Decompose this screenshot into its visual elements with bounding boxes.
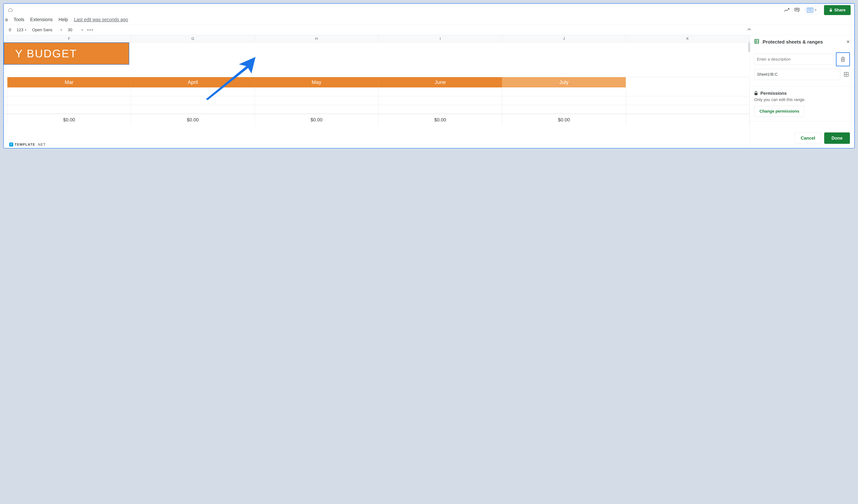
share-button[interactable]: Share: [824, 5, 851, 15]
template-logo-icon: T: [9, 143, 13, 147]
menu-partial[interactable]: a: [5, 17, 8, 22]
cell[interactable]: [255, 96, 379, 105]
lock-icon: [754, 91, 758, 96]
cell[interactable]: [7, 87, 131, 96]
select-range-button[interactable]: [843, 71, 850, 78]
value-cell[interactable]: $0.00: [379, 114, 502, 126]
close-icon[interactable]: ✕: [846, 39, 850, 45]
cancel-button[interactable]: Cancel: [795, 132, 821, 144]
empty-cell[interactable]: [626, 114, 749, 126]
svg-rect-13: [754, 93, 758, 95]
collapse-toolbar-icon[interactable]: [747, 27, 751, 32]
permissions-label: Permissions: [760, 91, 787, 96]
cell[interactable]: [7, 105, 131, 114]
cell[interactable]: [626, 105, 749, 114]
comment-icon[interactable]: [794, 7, 800, 13]
cell[interactable]: [379, 96, 502, 105]
month-cell[interactable]: June: [379, 77, 502, 87]
row-spacer: [4, 114, 7, 126]
change-permissions-button[interactable]: Change permissions: [754, 106, 805, 117]
cell[interactable]: [502, 105, 626, 114]
sidebar-title: Protected sheets & ranges: [763, 39, 843, 45]
last-edit-link[interactable]: Last edit was seconds ago: [74, 17, 128, 22]
month-cell[interactable]: May: [255, 77, 379, 87]
cell[interactable]: [502, 87, 626, 96]
watermark-tld: .NET: [37, 143, 46, 147]
grid-icon: [844, 72, 848, 77]
trash-icon: [840, 56, 846, 63]
budget-title-cell[interactable]: Y BUDGET: [4, 43, 129, 65]
trend-icon[interactable]: [784, 8, 790, 12]
font-size-dropdown[interactable]: 30 ▼: [66, 27, 85, 33]
col-header-spacer: [4, 35, 7, 42]
month-cell[interactable]: April: [131, 77, 255, 87]
cell[interactable]: [131, 105, 255, 114]
watermark-brand: TEMPLATE: [15, 143, 35, 147]
cell[interactable]: [7, 96, 131, 105]
chevron-down-icon: ▼: [815, 9, 817, 11]
cell[interactable]: [502, 96, 626, 105]
menu-extensions[interactable]: Extensions: [30, 17, 52, 22]
number-format-dropdown[interactable]: 123 ▼: [15, 27, 28, 33]
cell[interactable]: [379, 105, 502, 114]
scrollbar-thumb[interactable]: [748, 42, 750, 52]
share-label: Share: [834, 8, 845, 13]
watermark: T TEMPLATE.NET: [9, 143, 46, 147]
done-button[interactable]: Done: [824, 132, 850, 144]
empty-cell[interactable]: [626, 77, 749, 87]
toolbar-partial-num[interactable]: 0: [7, 27, 13, 33]
value-cell[interactable]: $0.00: [502, 114, 626, 126]
cell[interactable]: [626, 87, 749, 96]
delete-range-button[interactable]: [836, 52, 850, 66]
cell[interactable]: [379, 87, 502, 96]
cell[interactable]: [131, 87, 255, 96]
present-dropdown[interactable]: ▼: [804, 6, 820, 14]
value-cell[interactable]: $0.00: [255, 114, 379, 126]
sheets-icon: [754, 39, 760, 45]
font-dropdown[interactable]: Open Sans ▼: [31, 27, 64, 33]
chevron-down-icon: ▼: [60, 29, 62, 31]
svg-rect-6: [755, 40, 758, 43]
col-header[interactable]: J: [502, 35, 626, 42]
protected-ranges-sidebar: Protected sheets & ranges ✕ Sheet1!B:C: [749, 35, 854, 148]
row-spacer: [4, 77, 7, 87]
chevron-down-icon: ▼: [25, 29, 27, 31]
month-cell[interactable]: Mar: [7, 77, 131, 87]
lock-icon: [829, 8, 832, 12]
range-input[interactable]: Sheet1!B:C: [754, 69, 840, 80]
cell[interactable]: [255, 105, 379, 114]
description-input[interactable]: [754, 54, 834, 65]
permissions-desc: Only you can edit this range.: [754, 97, 850, 102]
col-header[interactable]: I: [379, 35, 502, 42]
value-cell[interactable]: $0.00: [7, 114, 131, 126]
col-header[interactable]: K: [626, 35, 749, 42]
svg-rect-4: [830, 10, 832, 12]
cloud-sync-icon[interactable]: [7, 8, 13, 12]
menu-tools[interactable]: Tools: [14, 17, 24, 22]
cell[interactable]: [131, 96, 255, 105]
col-header[interactable]: H: [255, 35, 379, 42]
col-header[interactable]: G: [131, 35, 255, 42]
value-cell[interactable]: $0.00: [131, 114, 255, 126]
col-header[interactable]: F: [7, 35, 131, 42]
cell[interactable]: [626, 96, 749, 105]
toolbar-more[interactable]: •••: [87, 28, 94, 32]
month-cell[interactable]: July: [502, 77, 626, 87]
cell[interactable]: [255, 87, 379, 96]
chevron-down-icon: ▼: [81, 29, 83, 31]
menu-help[interactable]: Help: [59, 17, 68, 22]
